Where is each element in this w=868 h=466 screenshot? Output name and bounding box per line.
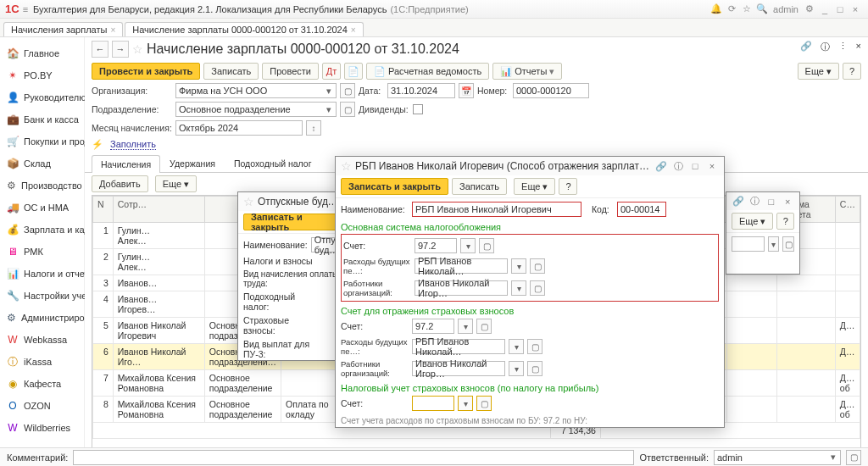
menu-icon[interactable]: ≡: [23, 4, 28, 14]
date-label: Дата:: [359, 86, 384, 96]
write-close-button[interactable]: Записать и закрыть: [341, 178, 448, 195]
sidebar-item-12[interactable]: ⚙Администрирование: [0, 307, 84, 329]
org-open-button[interactable]: ▢: [340, 83, 355, 98]
ins-rbp-input[interactable]: РБП Иванов Николай…: [412, 339, 505, 354]
month-stepper[interactable]: ↕: [306, 120, 321, 136]
favorite-icon[interactable]: ☆: [341, 159, 352, 173]
sidebar-item-2[interactable]: 👤Руководителю: [0, 86, 84, 108]
ins-emp-input[interactable]: Иванов Николай Игор…: [412, 361, 505, 376]
sidebar-item-14[interactable]: ⓘiKassa: [0, 351, 84, 373]
account-input[interactable]: 97.2: [415, 238, 457, 253]
num-input[interactable]: 0000-000120: [513, 83, 589, 98]
settings-icon[interactable]: ⚙: [802, 3, 817, 14]
more-button[interactable]: Еще ▾: [514, 178, 555, 195]
dept-open-button[interactable]: ▢: [340, 102, 355, 117]
struct-button[interactable]: 📄: [344, 63, 363, 80]
payslip-button[interactable]: 📄Расчетная ведомость: [366, 63, 489, 80]
name-input[interactable]: РБП Иванов Николай Игоревич: [412, 202, 581, 217]
maximize-icon[interactable]: □: [688, 161, 702, 171]
write-close-button[interactable]: Записать и закрыть: [243, 214, 342, 230]
sidebar-item-11[interactable]: 🔧Настройки учета: [0, 285, 84, 307]
minimize-icon[interactable]: _: [817, 4, 832, 14]
tax-account-input[interactable]: [412, 396, 454, 411]
sidebar-item-3[interactable]: 💼Банк и касса: [0, 108, 84, 130]
link-icon[interactable]: 🔗: [732, 196, 745, 207]
post-close-button[interactable]: Провести и закрыть: [92, 63, 200, 80]
sidebar-item-17[interactable]: WWildberries: [0, 417, 84, 439]
app-title: Бухгалтерия для Беларуси, редакция 2.1. …: [33, 4, 387, 14]
rbp-input[interactable]: РБП Иванов Николай…: [415, 258, 508, 274]
date-input[interactable]: 31.10.2024: [387, 83, 455, 98]
sidebar-item-13[interactable]: WWebkassa: [0, 329, 84, 351]
responsible-open[interactable]: ▢: [846, 450, 861, 465]
favorite-icon[interactable]: ☆: [132, 42, 143, 56]
tab-close-icon[interactable]: ×: [110, 25, 115, 35]
help-icon[interactable]: ⓘ: [821, 41, 830, 53]
fill-link[interactable]: Заполнить: [110, 139, 156, 150]
collapse-icon[interactable]: ⋮: [838, 41, 848, 53]
tab-close-icon[interactable]: ×: [351, 25, 356, 35]
nav-back-button[interactable]: ←: [92, 41, 108, 58]
tab-deductions[interactable]: Удержания: [160, 154, 225, 172]
acc-drop[interactable]: ▾: [460, 238, 476, 253]
small-open[interactable]: ▢: [782, 236, 794, 252]
close-icon[interactable]: ×: [856, 41, 861, 53]
tab-accruals[interactable]: Начисления: [92, 155, 160, 173]
history-icon[interactable]: ⟳: [724, 3, 739, 14]
sidebar-item-9[interactable]: 🖥РМК: [0, 241, 84, 263]
more-button[interactable]: Еще ▾: [732, 213, 773, 230]
sidebar-item-5[interactable]: 📦Склад: [0, 153, 84, 175]
maximize-icon[interactable]: □: [832, 4, 848, 14]
write-button[interactable]: Записать: [452, 178, 507, 195]
write-button[interactable]: Записать: [203, 63, 259, 80]
small-input[interactable]: [732, 236, 765, 252]
doc-tab-current[interactable]: Начисление зарплаты 0000-000120 от 31.10…: [125, 22, 363, 36]
reports-button[interactable]: 📊Отчеты ▾: [492, 63, 562, 80]
acc-open[interactable]: ▢: [479, 238, 494, 253]
nav-fwd-button[interactable]: →: [112, 41, 129, 58]
comment-input[interactable]: [73, 450, 634, 465]
link-icon[interactable]: 🔗: [800, 41, 812, 53]
sidebar-item-10[interactable]: 📊Налоги и отчетность: [0, 263, 84, 285]
sidebar-item-8[interactable]: 💰Зарплата и кадры: [0, 219, 84, 241]
tab-pit[interactable]: Подоходный налог: [225, 154, 321, 172]
small-drop[interactable]: ▾: [768, 236, 780, 252]
sidebar-item-15[interactable]: ◉Кафеста: [0, 373, 84, 395]
more-button[interactable]: Еще ▾: [798, 63, 839, 80]
star-icon[interactable]: ☆: [739, 3, 754, 14]
info-icon[interactable]: ⓘ: [671, 160, 685, 173]
search-icon[interactable]: 🔍: [754, 3, 770, 14]
sidebar-item-6[interactable]: ⚙Производство: [0, 175, 84, 197]
sidebar-item-1[interactable]: ✴PO.BY: [0, 64, 84, 86]
code-input[interactable]: 00-00014: [617, 202, 666, 217]
doc-tab-list[interactable]: Начисления зарплаты×: [3, 22, 123, 36]
add-row-button[interactable]: Добавить: [92, 175, 148, 192]
ins-account-input[interactable]: 97.2: [412, 319, 454, 334]
sidebar-item-0[interactable]: 🏠Главное: [0, 42, 84, 64]
grid-more-button[interactable]: Еще ▾: [155, 175, 197, 192]
responsible-input[interactable]: admin▾: [714, 450, 841, 465]
favorite-icon[interactable]: ☆: [243, 195, 254, 208]
dt-kt-button[interactable]: Дт: [322, 63, 341, 80]
date-picker-button[interactable]: 📅: [459, 83, 474, 98]
help-button[interactable]: ?: [776, 213, 794, 230]
app-logo: 1С: [5, 3, 19, 15]
sidebar-item-7[interactable]: 🚚ОС и НМА: [0, 197, 84, 219]
dept-input[interactable]: Основное подразделение▾: [175, 102, 337, 117]
help-button[interactable]: ?: [843, 63, 861, 80]
post-button[interactable]: Провести: [262, 63, 319, 80]
help-button[interactable]: ?: [559, 178, 577, 195]
dividends-checkbox[interactable]: [413, 104, 423, 114]
sidebar-item-4[interactable]: 🛒Покупки и продажи: [0, 130, 84, 153]
close-icon[interactable]: ×: [782, 197, 795, 207]
bell-icon[interactable]: 🔔: [709, 3, 724, 14]
month-input[interactable]: Октябрь 2024: [175, 120, 303, 136]
sidebar-item-16[interactable]: OOZON: [0, 395, 84, 417]
user-label[interactable]: admin: [770, 4, 802, 14]
emp-input[interactable]: Иванов Николай Игор…: [415, 280, 508, 296]
link-icon[interactable]: 🔗: [654, 161, 668, 172]
close-icon[interactable]: ×: [848, 4, 863, 14]
close-icon[interactable]: ×: [705, 161, 719, 171]
maximize-icon[interactable]: □: [765, 197, 778, 207]
org-input[interactable]: Фирма на УСН ООО▾: [175, 83, 337, 98]
